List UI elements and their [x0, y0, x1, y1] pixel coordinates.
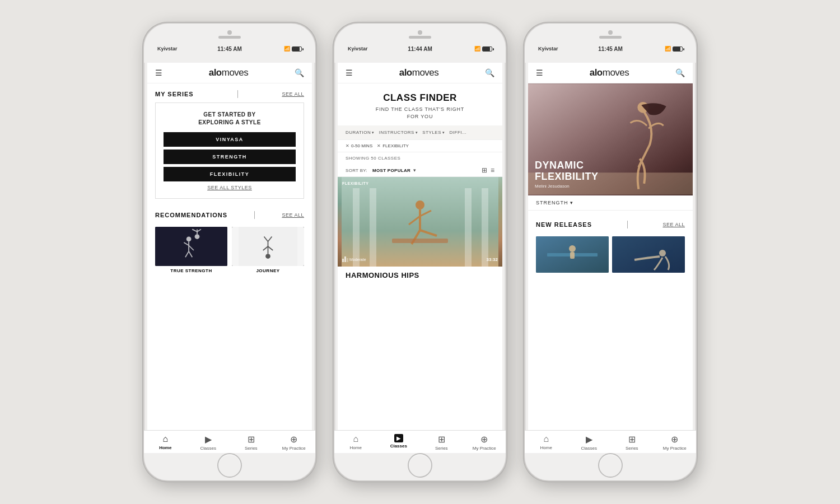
list-view-icon[interactable]: ≡ — [491, 166, 494, 174]
search-icon-3[interactable]: 🔍 — [675, 68, 685, 77]
tab-practice-1[interactable]: ⊕ My Practice — [273, 434, 316, 451]
new-releases-see-all[interactable]: SEE ALL — [662, 222, 685, 227]
vinyasa-button[interactable]: VINYASA — [164, 132, 296, 147]
phone-top-3: Kyivstar 11:45 AM 📶 — [525, 24, 696, 63]
new-release-2[interactable] — [612, 236, 685, 273]
diff-bar-3 — [347, 258, 348, 262]
duration-chevron: ▾ — [372, 130, 375, 135]
search-icon-2[interactable]: 🔍 — [485, 68, 494, 77]
strength-button[interactable]: STRENGTH — [164, 150, 296, 164]
tab-classes-1[interactable]: ▶ Classes — [187, 434, 230, 451]
tab-home-2[interactable]: ⌂ Home — [334, 434, 377, 451]
duration-filter[interactable]: DURATION ▾ — [346, 130, 375, 135]
rec-title-2: JOURNEY — [232, 268, 304, 273]
play-icon-1: ▶ — [205, 434, 212, 445]
phone-top-2: Kyivstar 11:44 AM 📶 — [334, 24, 506, 63]
svg-point-1 — [186, 237, 192, 242]
home-button-1[interactable] — [217, 453, 242, 478]
new-releases-grid — [528, 233, 693, 276]
app-header-1: ☰ alomoves 🔍 — [147, 63, 312, 83]
svg-point-12 — [265, 254, 270, 259]
my-series-see-all[interactable]: SEE ALL — [282, 91, 304, 97]
practice-label-2: My Practice — [473, 446, 496, 451]
difficulty-label-value: Moderate — [349, 258, 366, 262]
my-series-title: MY SERIES — [155, 91, 194, 97]
see-all-styles-link[interactable]: SEE ALL STYLES — [164, 185, 296, 190]
logo-bold-2: alo — [399, 67, 412, 78]
status-bar-3: Kyivstar 11:45 AM 📶 — [536, 46, 685, 52]
acrobat-light-bg — [232, 227, 304, 266]
class-badge: FLEXIBILITY — [342, 181, 369, 185]
home-label-2: Home — [350, 445, 362, 450]
class-thumbnail: FLEXIBILITY Moderate 33:32 — [338, 177, 502, 267]
home-icon-1: ⌂ — [162, 434, 168, 444]
home-button-area-1 — [217, 453, 242, 478]
difficulty-filter[interactable]: DIFFI... — [450, 130, 467, 135]
instructors-chevron: ▾ — [416, 130, 418, 135]
grid-view-icon[interactable]: ⊞ — [482, 166, 487, 174]
strength-section: STRENGTH ▾ — [528, 195, 693, 211]
screen-1: ☰ alomoves 🔍 MY SERIES SEE ALL GET START… — [147, 63, 312, 430]
tab-series-3[interactable]: ⊞ Series — [610, 434, 654, 451]
sort-value[interactable]: MOST POPULAR — [372, 168, 410, 173]
tab-series-1[interactable]: ⊞ Series — [230, 434, 273, 451]
strength-label[interactable]: STRENGTH ▾ — [536, 200, 685, 206]
phones-container: Kyivstar 11:45 AM 📶 ☰ alomoves 🔍 MY SERI… — [132, 11, 708, 493]
sort-chevron[interactable]: ▾ — [413, 167, 416, 173]
plus-icon-1: ⊕ — [290, 434, 297, 445]
tab-home-1[interactable]: ⌂ Home — [144, 434, 187, 451]
speaker-2 — [409, 36, 431, 39]
new-release-1[interactable] — [536, 236, 609, 273]
divider-1 — [237, 90, 238, 98]
hero-image[interactable]: DYNAMICFLEXIBILITY Melini Jesudason — [528, 83, 693, 195]
sort-left: SORT BY: MOST POPULAR ▾ — [346, 167, 416, 173]
home-button-3[interactable] — [598, 453, 623, 478]
classes-label-1: Classes — [200, 446, 216, 451]
search-icon-1[interactable]: 🔍 — [295, 68, 304, 77]
flexibility-button[interactable]: FLEXIBILITY — [164, 167, 296, 181]
tab-classes-3[interactable]: ▶ Classes — [568, 434, 611, 451]
time-1: 11:45 AM — [217, 46, 242, 52]
tab-practice-2[interactable]: ⊕ My Practice — [463, 434, 506, 451]
duration-label: DURATION — [346, 130, 371, 135]
filter-bar: DURATION ▾ INSTRUCTORS ▾ STYLES ▾ DIFFI.… — [338, 125, 502, 140]
hamburger-icon-1[interactable]: ☰ — [155, 68, 162, 77]
time-3: 11:45 AM — [598, 46, 623, 52]
filter-tag-flexibility[interactable]: ✕ FLEXIBILITY — [377, 143, 409, 148]
home-button-2[interactable] — [408, 453, 432, 478]
class-name: HARMONIOUS HIPS — [346, 271, 494, 279]
time-2: 11:44 AM — [408, 46, 432, 52]
remove-duration-icon[interactable]: ✕ — [346, 143, 349, 148]
tab-home-3[interactable]: ⌂ Home — [525, 434, 568, 451]
recommendations-see-all[interactable]: SEE ALL — [282, 212, 304, 218]
tab-bar-2: ⌂ Home ▶ Classes ⊞ Series ⊕ My Practice — [334, 430, 506, 453]
rec-thumbnail-2 — [232, 227, 304, 266]
hamburger-icon-2[interactable]: ☰ — [346, 68, 353, 77]
instructors-filter[interactable]: INSTRUCTORS ▾ — [379, 130, 418, 135]
instructors-label: INSTRUCTORS — [379, 130, 414, 135]
rec-card-2[interactable]: JOURNEY — [232, 227, 304, 273]
carrier-2: Kyivstar — [348, 46, 368, 52]
tab-series-2[interactable]: ⊞ Series — [420, 434, 463, 451]
styles-filter[interactable]: STYLES ▾ — [422, 130, 445, 135]
practice-label-1: My Practice — [282, 446, 306, 451]
hamburger-icon-3[interactable]: ☰ — [536, 68, 543, 77]
class-card[interactable]: FLEXIBILITY Moderate 33:32 HARMON — [338, 177, 502, 430]
strength-chevron: ▾ — [570, 200, 573, 206]
tab-classes-2[interactable]: ▶ Classes — [377, 434, 421, 451]
hero-title-text: DYNAMICFLEXIBILITY — [535, 160, 599, 183]
battery-icon-2 — [482, 46, 492, 52]
status-bar-2: Kyivstar 11:44 AM 📶 — [346, 46, 494, 52]
new-release-2-img — [612, 236, 685, 273]
battery-3: 📶 — [665, 46, 683, 52]
svg-rect-19 — [353, 188, 360, 267]
active-flexibility-label: FLEXIBILITY — [382, 143, 409, 148]
rec-card-1[interactable]: TRUE STRENGTH — [155, 227, 227, 273]
remove-flexibility-icon[interactable]: ✕ — [377, 143, 381, 148]
filter-tag-duration[interactable]: ✕ 0-50 MINS — [346, 143, 372, 148]
tab-practice-3[interactable]: ⊕ My Practice — [654, 434, 697, 451]
wifi-icon-2: 📶 — [474, 46, 480, 52]
rec-title-1: TRUE STRENGTH — [155, 268, 227, 273]
class-finder-title: CLASS FINDER — [346, 92, 494, 104]
svg-rect-22 — [482, 188, 488, 267]
